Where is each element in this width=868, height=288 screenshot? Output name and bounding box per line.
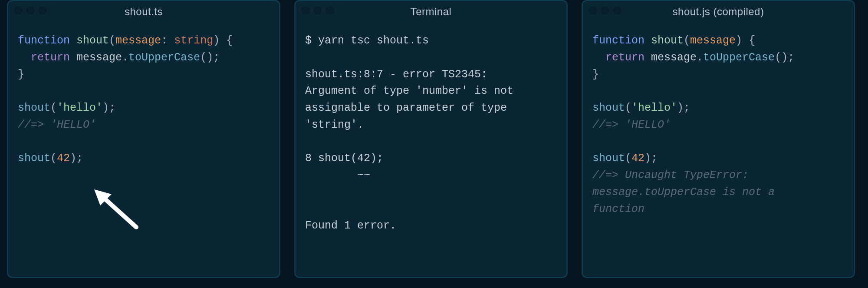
- comment-hello: //=> 'HELLO': [592, 119, 671, 131]
- function-name: shout: [76, 34, 109, 47]
- paren-close-3: );: [644, 152, 658, 165]
- paren-open-2: (: [50, 102, 57, 114]
- paren-close-3: );: [70, 152, 83, 165]
- keyword-return: return: [31, 51, 70, 64]
- window-terminal: Terminal $ yarn tsc shout.ts shout.ts:8:…: [294, 0, 568, 278]
- string-hello: 'hello': [631, 102, 677, 114]
- call-shout-2: shout: [18, 152, 50, 165]
- paren-open-2: (: [625, 102, 631, 114]
- comment-error-3: function: [592, 203, 644, 215]
- terminal-output: $ yarn tsc shout.ts shout.ts:8:7 - error…: [296, 22, 566, 277]
- paren-open: (: [109, 34, 115, 47]
- terminal-line: assignable to parameter of type: [305, 102, 507, 114]
- close-icon: [302, 7, 309, 14]
- paren-close: ): [213, 34, 220, 47]
- paren-close-2: );: [102, 102, 115, 114]
- close-icon: [14, 7, 22, 14]
- comment-hello: //=> 'HELLO': [18, 119, 96, 131]
- terminal-line: $ yarn tsc shout.ts: [305, 34, 429, 47]
- keyword-function: function: [18, 34, 70, 47]
- function-name: shout: [651, 34, 684, 47]
- comment-error-2: message.toUpperCase is not a: [592, 186, 775, 199]
- method-call: toUpperCase: [703, 51, 775, 64]
- paren-open-3: (: [625, 152, 631, 165]
- brace-close: }: [592, 68, 599, 81]
- call-shout-2: shout: [592, 152, 625, 165]
- code-source: function shout(message: string) { return…: [8, 22, 279, 277]
- brace-open: {: [749, 34, 755, 47]
- dot: .: [697, 51, 703, 64]
- paren-close-2: );: [677, 102, 690, 114]
- call-shout-1: shout: [18, 102, 50, 114]
- zoom-icon: [613, 7, 621, 14]
- terminal-line: 'string'.: [305, 119, 364, 131]
- paren-open-3: (: [50, 152, 57, 165]
- call-parens: ();: [775, 51, 794, 64]
- brace-close: }: [18, 68, 24, 81]
- number-42: 42: [57, 152, 70, 165]
- traffic-lights: [589, 7, 621, 14]
- param-name: message: [115, 34, 161, 47]
- param-name: message: [690, 34, 736, 47]
- dot: .: [122, 51, 128, 64]
- terminal-line: ~~: [305, 169, 370, 182]
- minimize-icon: [26, 7, 34, 14]
- call-shout-1: shout: [592, 102, 625, 114]
- minimize-icon: [601, 7, 609, 14]
- method-call: toUpperCase: [128, 51, 200, 64]
- keyword-function: function: [592, 34, 644, 47]
- terminal-line: Found 1 error.: [305, 219, 396, 232]
- titlebar-source: shout.ts: [8, 1, 279, 22]
- identifier: message: [651, 51, 697, 64]
- identifier: message: [76, 51, 122, 64]
- zoom-icon: [326, 7, 334, 14]
- string-hello: 'hello': [57, 102, 102, 114]
- window-title: shout.ts: [125, 3, 163, 20]
- terminal-line: shout.ts:8:7 - error TS2345:: [305, 68, 487, 81]
- paren-close: ): [736, 34, 742, 47]
- titlebar-compiled: shout.js (compiled): [583, 1, 854, 22]
- number-42: 42: [631, 152, 644, 165]
- type-annotation: string: [174, 34, 213, 47]
- call-parens: ();: [200, 51, 220, 64]
- minimize-icon: [314, 7, 322, 14]
- zoom-icon: [39, 7, 46, 14]
- traffic-lights: [14, 7, 46, 14]
- comment-error-1: //=> Uncaught TypeError:: [592, 169, 749, 182]
- brace-open: {: [226, 34, 233, 47]
- terminal-line: 8 shout(42);: [305, 152, 383, 165]
- window-source: shout.ts function shout(message: string)…: [7, 0, 280, 278]
- keyword-return: return: [605, 51, 644, 64]
- terminal-line: Argument of type 'number' is not: [305, 85, 513, 97]
- titlebar-terminal: Terminal: [296, 1, 566, 22]
- window-title: shout.js (compiled): [673, 3, 764, 20]
- close-icon: [589, 7, 597, 14]
- window-compiled: shout.js (compiled) function shout(messa…: [582, 0, 855, 278]
- code-compiled: function shout(message) { return message…: [583, 22, 854, 277]
- stage: shout.ts function shout(message: string)…: [0, 0, 868, 285]
- window-title: Terminal: [411, 3, 452, 20]
- paren-open: (: [684, 34, 690, 47]
- colon: :: [161, 34, 168, 47]
- traffic-lights: [302, 7, 334, 14]
